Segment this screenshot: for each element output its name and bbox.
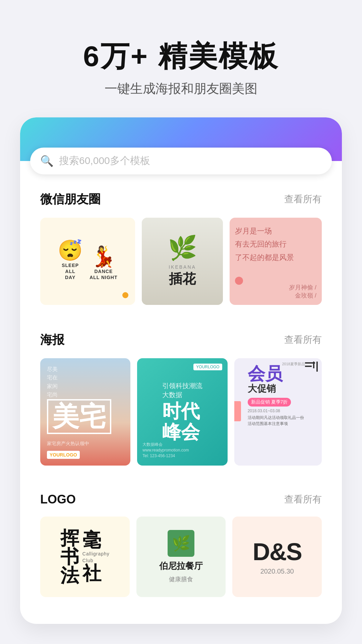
poster-summit-main: 时代峰会 — [162, 401, 200, 442]
poster-grid: 尽美 宅在 家闲 宅尚 美宅 家宅房产火热认领中 YOURLOGO — [40, 358, 322, 466]
logo-card-restaurant[interactable]: 🌿 伯尼拉餐厅 健康膳食 — [136, 517, 226, 597]
wechat-section: 微信朋友圈 查看所有 😴 SLEEPALLDAY 💃 DANCEALL NIGH… — [20, 174, 342, 315]
ds-logo-text: D&S — [253, 538, 302, 566]
leaf-icon: 🌿 — [168, 530, 194, 557]
hero-subtitle: 一键生成海报和朋友圈美图 — [20, 80, 342, 97]
sleep-dance-chars: 😴 SLEEPALLDAY 💃 DANCEALL NIGHT — [58, 238, 117, 281]
logo-grid: 挥 书 法 毫 Calligraphy Club 社 — [40, 517, 322, 597]
yourlogo-2: YOURLOGO — [193, 364, 222, 370]
hero-section: 6万+ 精美模板 一键生成海报和朋友圈美图 — [0, 0, 362, 117]
promo-text: 活动期间凡达活动领取礼品一份活动范围基本注意事项 — [248, 415, 316, 427]
restaurant-name: 伯尼拉餐厅 — [159, 560, 203, 572]
logo-card-ds[interactable]: D&S 2020.05.30 — [232, 517, 322, 597]
dance-label: DANCEALL NIGHT — [89, 268, 117, 280]
card-content: 微信朋友圈 查看所有 😴 SLEEPALLDAY 💃 DANCEALL NIGH… — [20, 174, 342, 624]
pink-dot — [235, 277, 243, 285]
sale-badge: 新品促销 夏季7折 — [248, 398, 291, 407]
poster-summit-top: 引领科技潮流 — [162, 381, 202, 390]
logo-section: LOGO 查看所有 挥 书 法 毫 Calli — [20, 476, 342, 607]
ikebana-label-zh: 插花 — [169, 270, 196, 288]
dance-character: 💃 DANCEALL NIGHT — [89, 245, 117, 280]
ikebana-label-en: IKEBANA — [169, 264, 196, 270]
plant-icon: 🌿 — [168, 234, 197, 262]
ds-logo-date: 2020.05.30 — [260, 568, 294, 575]
poster-section-title: 海报 — [40, 332, 64, 348]
wechat-grid: 😴 SLEEPALLDAY 💃 DANCEALL NIGHT 🌿 — [40, 218, 322, 305]
search-placeholder: 搜索60,000多个模板 — [59, 154, 150, 168]
logo-section-title: LOGO — [40, 492, 76, 506]
hero-title: 6万+ 精美模板 — [20, 40, 342, 72]
logo-card-calligraphy[interactable]: 挥 书 法 毫 Calligraphy Club 社 — [40, 517, 130, 597]
corner-decoration — [305, 362, 318, 376]
member-subtitle: 大促销 — [248, 382, 316, 395]
sleep-character: 😴 SLEEPALLDAY — [58, 238, 83, 281]
search-bar[interactable]: 🔍 搜索60,000多个模板 — [30, 148, 332, 174]
logo-section-header: LOGO 查看所有 — [40, 492, 322, 506]
wechat-card-poem[interactable]: 岁月是一场 有去无回的旅行 了不起的都是风景 岁月神偷 / 金玫嶺 / — [230, 218, 322, 305]
orange-dot — [122, 292, 128, 298]
poster-meizhai-title: 美宅 — [47, 399, 111, 434]
poster-see-all[interactable]: 查看所有 — [284, 333, 322, 346]
sleep-label: SLEEPALLDAY — [62, 262, 79, 281]
wechat-section-title: 微信朋友圈 — [40, 191, 101, 208]
poster-section: 海报 查看所有 尽美 宅在 家闲 宅尚 美宅 — [20, 315, 342, 476]
poster-card-member[interactable]: 2018夏季新品 会员 大促销 新品促销 夏季7折 20 — [234, 358, 322, 466]
poem-text: 岁月是一场 有去无回的旅行 了不起的都是风景 — [235, 224, 294, 264]
wechat-card-sleep-dance[interactable]: 😴 SLEEPALLDAY 💃 DANCEALL NIGHT — [40, 218, 135, 305]
calligraphy-brush: 挥 — [60, 529, 79, 547]
search-icon: 🔍 — [40, 155, 54, 167]
calligraphy-club-label: Calligraphy Club — [82, 551, 110, 564]
wechat-section-header: 微信朋友圈 查看所有 — [40, 191, 322, 208]
logo-see-all[interactable]: 查看所有 — [284, 493, 322, 506]
poster-subtitle: 家宅房产火热认领中 — [47, 440, 124, 447]
season-tag: 2018夏季新品 — [282, 362, 305, 367]
restaurant-sub: 健康膳食 — [169, 575, 193, 583]
yourlogo-1: YOURLOGO — [47, 451, 80, 459]
poster-card-summit[interactable]: YOURLOGO 引领科技潮流 大数据 时代峰会 大数据峰会 www.ready… — [137, 358, 227, 466]
promo-date: 2018.03.01~03.08 — [248, 409, 316, 413]
wechat-card-ikebana[interactable]: 🌿 IKEBANA 插花 — [142, 218, 223, 305]
pink-arrow-deco — [234, 401, 241, 421]
poster-section-header: 海报 查看所有 — [40, 332, 322, 348]
wechat-see-all[interactable]: 查看所有 — [284, 193, 322, 206]
poem-author: 岁月神偷 / 金玫嶺 / — [289, 283, 316, 300]
poster-summit-footer: 大数据峰会 www.readypromotion.com Tel: 123-45… — [142, 442, 222, 459]
app-card: 🔍 搜索60,000多个模板 微信朋友圈 查看所有 😴 SLEEPALLDAY — [20, 117, 342, 624]
ikebana-image: 🌿 IKEBANA 插花 — [142, 218, 223, 305]
poster-card-meizhai[interactable]: 尽美 宅在 家闲 宅尚 美宅 家宅房产火热认领中 YOURLOGO — [40, 358, 130, 466]
